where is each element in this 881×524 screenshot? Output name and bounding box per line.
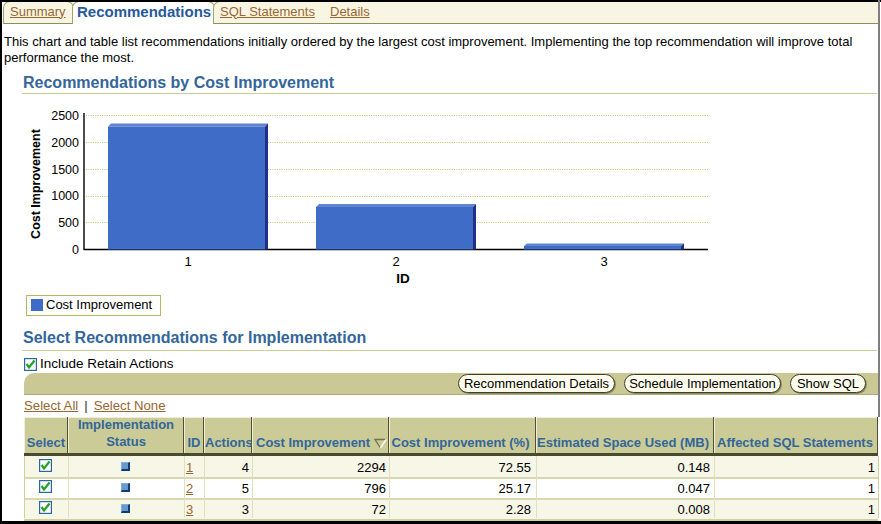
- svg-text:Cost Improvement: Cost Improvement: [29, 128, 43, 239]
- svg-text:2: 2: [392, 254, 399, 269]
- svg-text:0: 0: [72, 243, 79, 257]
- svg-text:2500: 2500: [51, 109, 79, 123]
- svg-text:ID: ID: [396, 271, 410, 286]
- svg-text:2000: 2000: [51, 136, 79, 150]
- svg-text:500: 500: [58, 216, 79, 230]
- svg-text:1000: 1000: [51, 189, 79, 203]
- svg-text:3: 3: [600, 254, 607, 269]
- svg-text:1500: 1500: [51, 163, 79, 177]
- svg-text:1: 1: [184, 254, 191, 269]
